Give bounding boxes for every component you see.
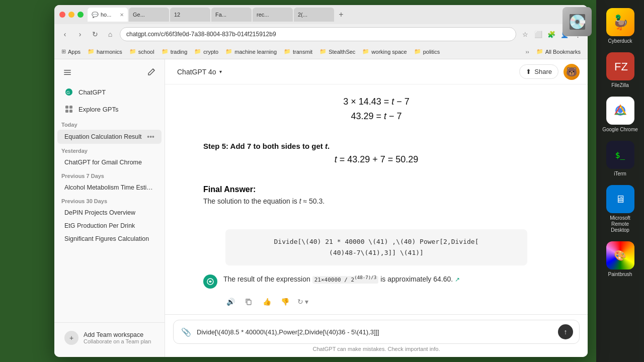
refresh-button[interactable]: ↻ bbox=[90, 29, 101, 40]
send-button[interactable]: ↑ bbox=[558, 324, 573, 339]
chat-item-menu-icon[interactable]: ••• bbox=[147, 133, 154, 141]
sidebar-toggle-button[interactable] bbox=[60, 65, 74, 79]
cyberduck-label: Cyberduck bbox=[608, 38, 632, 44]
msrd-icon: 🖥 bbox=[606, 185, 634, 213]
chat-input[interactable] bbox=[197, 328, 554, 336]
message-block-step5: Step 5: Add 7 to both sides to get t. t … bbox=[195, 142, 557, 177]
dock-item-paintbrush[interactable]: 🎨 Paintbrush bbox=[600, 238, 641, 281]
section-30days: Previous 30 Days bbox=[54, 194, 165, 206]
close-button[interactable] bbox=[59, 12, 65, 18]
tab-favicon: 💬 bbox=[92, 12, 99, 18]
dock-item-cyberduck[interactable]: 🦆 Cyberduck bbox=[600, 5, 641, 47]
chat-header: ChatGPT 4o ▾ ⬆ Share 🐻 bbox=[165, 59, 588, 84]
copy-icon[interactable] bbox=[242, 295, 256, 309]
filezilla-icon: FZ bbox=[606, 52, 634, 80]
bookmark-school[interactable]: 📁 school bbox=[126, 47, 157, 56]
bookmark-machine-learning[interactable]: 📁 machine learning bbox=[222, 47, 280, 56]
url-text: chatgpt.com/c/66f3fe0d-7a38-8004-837b-01… bbox=[126, 31, 276, 38]
bookmarks-more-button[interactable]: ›› bbox=[522, 48, 532, 56]
chat-item-equation[interactable]: Equation Calculation Result ••• bbox=[57, 130, 162, 144]
model-selector[interactable]: ChatGPT 4o ▾ bbox=[173, 66, 226, 78]
tab-3[interactable]: 12 bbox=[170, 8, 210, 22]
assistant-text: The result of the expression 21×40000 / … bbox=[223, 274, 460, 285]
bookmark-working-space[interactable]: 📁 working space bbox=[359, 47, 410, 56]
paintbrush-label: Paintbrush bbox=[608, 272, 632, 278]
add-team-button[interactable]: + Add Team workspace Collaborate on a Te… bbox=[57, 327, 162, 349]
step5-header: Step 5: Add 7 to both sides to get t. bbox=[203, 142, 549, 150]
sidebar-bottom: + Add Team workspace Collaborate on a Te… bbox=[54, 322, 165, 353]
share-button[interactable]: ⬆ Share bbox=[519, 64, 558, 79]
bookmark-crypto[interactable]: 📁 crypto bbox=[191, 47, 221, 56]
maximize-button[interactable] bbox=[77, 12, 84, 18]
math-eq2: 43.29 = t − 7 bbox=[203, 111, 549, 122]
right-dock: 🦆 Cyberduck FZ FileZilla Google Chrome $… bbox=[596, 0, 644, 362]
bookmark-politics[interactable]: 📁 politics bbox=[411, 47, 443, 56]
bookmark-stealthsec[interactable]: 📁 StealthSec bbox=[316, 47, 358, 56]
home-button[interactable]: ⌂ bbox=[105, 29, 116, 40]
svg-rect-10 bbox=[69, 106, 72, 109]
chrome-label: Google Chrome bbox=[602, 127, 638, 133]
new-tab-button[interactable]: + bbox=[335, 9, 347, 21]
bookmark-apps[interactable]: ⊞ Apps bbox=[58, 47, 84, 56]
bookmark-trading[interactable]: 📁 trading bbox=[158, 47, 191, 56]
chat-messages[interactable]: 3 × 14.43 = t − 7 43.29 = t − 7 Step 5: … bbox=[165, 84, 588, 314]
iterm-label: iTerm bbox=[614, 171, 626, 177]
filezilla-label: FileZilla bbox=[611, 82, 628, 88]
tab-6[interactable]: 2(... bbox=[294, 8, 334, 22]
msrd-label: Microsoft Remote Desktop bbox=[602, 215, 639, 233]
tab-close-btn[interactable]: ✕ bbox=[120, 12, 124, 18]
iterm-icon: $_ bbox=[606, 141, 634, 169]
tab-2[interactable]: Ge... bbox=[129, 8, 169, 22]
bookmark-harmonics[interactable]: 📁 harmonics bbox=[85, 47, 125, 56]
svg-rect-5 bbox=[64, 72, 71, 73]
new-chat-button[interactable] bbox=[144, 65, 158, 79]
dock-item-chrome[interactable]: Google Chrome bbox=[600, 94, 641, 136]
url-bar[interactable]: chatgpt.com/c/66f3fe0d-7a38-8004-837b-01… bbox=[120, 27, 516, 41]
tab-active[interactable]: 💬 ho... ✕ bbox=[88, 8, 128, 22]
model-label: ChatGPT 4o bbox=[177, 68, 216, 76]
chat-item-sigfig[interactable]: Significant Figures Calculation bbox=[57, 232, 162, 245]
thumbs-up-icon[interactable]: 👍 bbox=[260, 295, 274, 309]
message-actions: 🔊 👍 👎 ↻ ▾ bbox=[195, 293, 557, 309]
paintbrush-app-icon: 🎨 bbox=[606, 241, 634, 269]
dock-item-filezilla[interactable]: FZ FileZilla bbox=[600, 49, 641, 92]
attach-button[interactable]: 📎 bbox=[180, 325, 193, 338]
disk-icon[interactable]: 💽 bbox=[562, 7, 592, 36]
sidebar: G ChatGPT Explore GPTs Today bbox=[54, 59, 165, 357]
apps-grid-icon: ⊞ bbox=[61, 48, 66, 55]
regenerate-icon[interactable]: ↻ ▾ bbox=[296, 295, 310, 309]
svg-rect-9 bbox=[65, 106, 68, 109]
screen-share-icon[interactable]: ⬜ bbox=[533, 29, 543, 39]
result-source-link[interactable]: ↗ bbox=[455, 276, 460, 283]
bookmark-transmit[interactable]: 📁 transmit bbox=[281, 47, 315, 56]
svg-text:FZ: FZ bbox=[614, 60, 628, 73]
tab-5[interactable]: rec... bbox=[253, 8, 293, 22]
svg-rect-11 bbox=[65, 110, 68, 113]
user-avatar[interactable]: 🐻 bbox=[564, 64, 580, 80]
sidebar-explore-gpts[interactable]: Explore GPTs bbox=[57, 101, 162, 118]
tab-4[interactable]: Fa... bbox=[211, 8, 252, 22]
title-bar: 💬 ho... ✕ Ge... 12 Fa... rec... 2(... + bbox=[54, 5, 588, 24]
chat-item-depin[interactable]: DePIN Projects Overview bbox=[57, 206, 162, 219]
explore-gpts-icon bbox=[64, 105, 73, 114]
thumbs-down-icon[interactable]: 👎 bbox=[278, 295, 292, 309]
forward-button[interactable]: › bbox=[74, 29, 86, 40]
bookmarks-bar: ⊞ Apps 📁 harmonics 📁 school 📁 trading 📁 … bbox=[54, 44, 588, 59]
back-button[interactable]: ‹ bbox=[59, 29, 70, 40]
assistant-avatar-icon bbox=[203, 275, 217, 289]
chat-item-etg[interactable]: EtG Production Per Drink bbox=[57, 219, 162, 232]
chrome-app-icon bbox=[606, 97, 634, 125]
svg-rect-6 bbox=[64, 74, 71, 75]
speaker-icon[interactable]: 🔊 bbox=[223, 295, 237, 309]
chat-item-alcohol[interactable]: Alcohol Metabolism Time Estimat… bbox=[57, 181, 162, 194]
add-team-label: Add Team workspace bbox=[84, 331, 151, 338]
bookmark-star-icon[interactable]: ☆ bbox=[520, 29, 530, 39]
chat-item-gmail[interactable]: ChatGPT for Gmail Chrome bbox=[57, 156, 162, 169]
sidebar-chatgpt[interactable]: G ChatGPT bbox=[57, 83, 162, 101]
extensions-icon[interactable]: 🧩 bbox=[546, 29, 556, 39]
minimize-button[interactable] bbox=[68, 12, 74, 18]
dock-item-iterm[interactable]: $_ iTerm bbox=[600, 138, 641, 180]
add-team-sublabel: Collaborate on a Team plan bbox=[84, 338, 151, 344]
dock-item-msrd[interactable]: 🖥 Microsoft Remote Desktop bbox=[600, 182, 641, 236]
bookmark-all[interactable]: 📁 All Bookmarks bbox=[533, 47, 584, 56]
